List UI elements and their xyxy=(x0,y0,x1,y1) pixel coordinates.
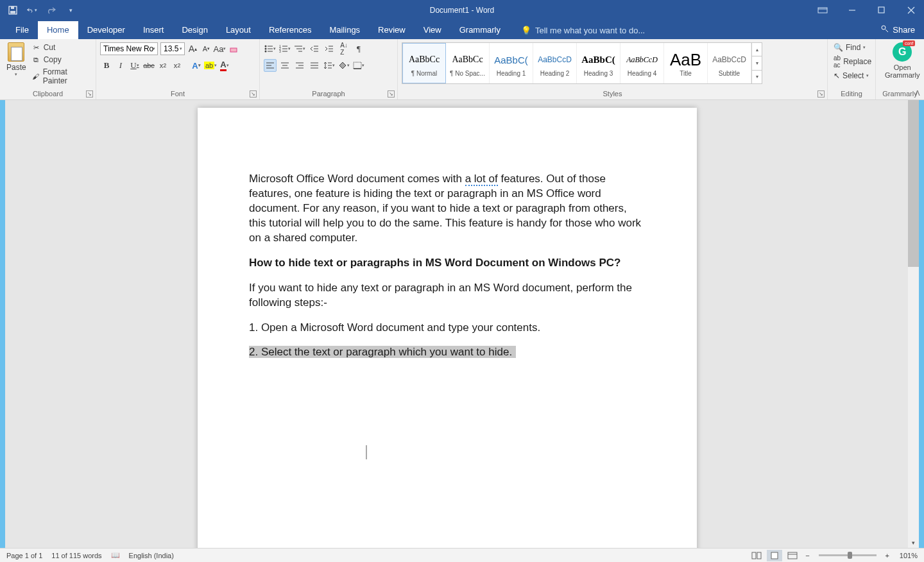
replace-button[interactable]: abacReplace xyxy=(832,54,873,69)
paragraph[interactable]: Microsoft Office Word document comes wit… xyxy=(249,172,646,246)
dialog-launcher-icon[interactable]: ↘ xyxy=(86,90,93,98)
paragraph[interactable]: 1. Open a Microsoft Word document and ty… xyxy=(249,321,646,336)
tab-developer[interactable]: Developer xyxy=(78,21,134,39)
bullets-button[interactable]: ▾ xyxy=(264,42,277,55)
dialog-launcher-icon[interactable]: ↘ xyxy=(250,90,257,98)
paragraph[interactable]: 2. Select the text or paragraph which yo… xyxy=(249,345,646,360)
zoom-in-button[interactable]: + xyxy=(883,552,892,559)
grammar-underline[interactable]: a lot of xyxy=(465,173,498,186)
share-button[interactable]: Share xyxy=(880,24,915,35)
copy-button[interactable]: ⧉Copy xyxy=(30,55,92,65)
text-effects-button[interactable]: A▾ xyxy=(190,59,203,72)
tab-design[interactable]: Design xyxy=(173,21,216,39)
borders-button[interactable]: ▾ xyxy=(352,59,365,72)
multilevel-list-button[interactable]: ▾ xyxy=(293,42,306,55)
numbering-button[interactable]: 123▾ xyxy=(278,42,291,55)
tab-file[interactable]: File xyxy=(6,21,38,39)
find-button[interactable]: 🔍Find▾ xyxy=(832,42,873,53)
gallery-more-icon[interactable]: ▾ xyxy=(752,71,762,83)
tab-insert[interactable]: Insert xyxy=(134,21,173,39)
zoom-out-button[interactable]: − xyxy=(803,552,812,559)
select-button[interactable]: ↖Select▾ xyxy=(832,71,873,81)
grow-font-button[interactable]: A▴ xyxy=(187,42,198,55)
show-hide-button[interactable]: ¶ xyxy=(352,42,365,55)
vertical-scrollbar[interactable]: ▴ ▾ xyxy=(908,100,919,548)
paste-button[interactable]: Paste ▾ xyxy=(4,41,30,77)
redo-icon[interactable] xyxy=(46,5,56,15)
increase-indent-button[interactable] xyxy=(323,42,336,55)
word-count[interactable]: 11 of 115 words xyxy=(51,552,101,559)
zoom-level[interactable]: 101% xyxy=(894,552,918,559)
tab-layout[interactable]: Layout xyxy=(217,21,260,39)
style-title[interactable]: AaBTitle xyxy=(664,43,708,83)
page-content[interactable]: Microsoft Office Word document comes wit… xyxy=(198,108,697,360)
maximize-icon[interactable] xyxy=(873,4,891,17)
gallery-up-icon[interactable]: ▴ xyxy=(752,43,762,56)
style-subtitle[interactable]: AaBbCcDSubtitle xyxy=(708,43,751,83)
selected-text[interactable]: 2. Select the text or paragraph which yo… xyxy=(249,346,516,358)
close-icon[interactable] xyxy=(902,4,920,17)
superscript-button[interactable]: x2 xyxy=(171,59,184,72)
language-indicator[interactable]: English (India) xyxy=(129,552,174,559)
open-grammarly-button[interactable]: conf Open Grammarly xyxy=(880,41,924,79)
change-case-button[interactable]: Aa▾ xyxy=(214,42,225,55)
italic-button[interactable]: I xyxy=(114,59,127,72)
undo-icon[interactable]: ▾ xyxy=(27,5,37,15)
style-nospacing[interactable]: AaBbCc¶ No Spac... xyxy=(446,43,490,83)
subscript-button[interactable]: x2 xyxy=(157,59,169,72)
style-heading4[interactable]: AaBbCcDHeading 4 xyxy=(620,43,664,83)
paragraph[interactable]: If you want to hide any text or paragrap… xyxy=(249,281,646,311)
minimize-icon[interactable] xyxy=(843,4,861,17)
scroll-down-icon[interactable]: ▾ xyxy=(908,537,919,548)
highlight-button[interactable]: ab▾ xyxy=(204,59,217,72)
qat-customize-icon[interactable]: ▾ xyxy=(65,5,76,15)
clear-formatting-button[interactable] xyxy=(228,42,239,55)
zoom-thumb[interactable] xyxy=(848,552,852,559)
font-color-button[interactable]: A▾ xyxy=(218,59,231,72)
align-left-button[interactable] xyxy=(264,59,277,72)
save-icon[interactable] xyxy=(8,5,18,15)
style-heading2[interactable]: AaBbCcDHeading 2 xyxy=(533,43,577,83)
tab-view[interactable]: View xyxy=(415,21,450,39)
font-name-combo[interactable]: Times New Ro▾ xyxy=(100,42,158,55)
tab-review[interactable]: Review xyxy=(369,21,415,39)
justify-button[interactable] xyxy=(308,59,321,72)
read-mode-icon[interactable] xyxy=(749,550,764,561)
print-layout-icon[interactable] xyxy=(767,550,782,561)
shrink-font-button[interactable]: A▾ xyxy=(201,42,212,55)
collapse-ribbon-icon[interactable]: ᐱ xyxy=(915,89,920,98)
dialog-launcher-icon[interactable]: ↘ xyxy=(817,90,825,98)
dialog-launcher-icon[interactable]: ↘ xyxy=(388,90,395,98)
page-indicator[interactable]: Page 1 of 1 xyxy=(6,552,42,559)
web-layout-icon[interactable] xyxy=(785,550,800,561)
tab-home[interactable]: Home xyxy=(38,21,78,39)
zoom-slider[interactable] xyxy=(819,554,877,556)
cut-button[interactable]: ✂Cut xyxy=(30,42,92,53)
svg-point-11 xyxy=(265,46,267,47)
sort-button[interactable]: A↓Z xyxy=(338,42,350,55)
svg-rect-3 xyxy=(818,8,827,13)
underline-button[interactable]: U▾ xyxy=(128,59,141,72)
heading-paragraph[interactable]: How to hide text or paragraphs in MS Wor… xyxy=(249,256,646,271)
align-center-button[interactable] xyxy=(278,59,291,72)
strikethrough-button[interactable]: abc xyxy=(142,59,155,72)
spellcheck-icon[interactable]: 📖 xyxy=(111,551,120,559)
tab-references[interactable]: References xyxy=(260,21,320,39)
page[interactable]: Microsoft Office Word document comes wit… xyxy=(198,108,697,548)
tab-grammarly[interactable]: Grammarly xyxy=(450,21,509,39)
style-heading1[interactable]: AaBbC(Heading 1 xyxy=(490,43,533,83)
tell-me-search[interactable]: 💡 Tell me what you want to do... xyxy=(521,26,645,39)
format-painter-button[interactable]: 🖌Format Painter xyxy=(30,67,92,86)
style-heading3[interactable]: AaBbC(Heading 3 xyxy=(577,43,620,83)
shading-button[interactable]: ▾ xyxy=(338,59,350,72)
line-spacing-button[interactable]: ▾ xyxy=(323,59,336,72)
align-right-button[interactable] xyxy=(293,59,306,72)
tab-mailings[interactable]: Mailings xyxy=(320,21,369,39)
bold-button[interactable]: B xyxy=(100,59,113,72)
ribbon-display-icon[interactable] xyxy=(814,4,832,17)
scrollbar-thumb[interactable] xyxy=(908,100,919,267)
gallery-down-icon[interactable]: ▾ xyxy=(752,56,762,70)
decrease-indent-button[interactable] xyxy=(308,42,321,55)
font-size-combo[interactable]: 13.5▾ xyxy=(160,42,185,55)
style-normal[interactable]: AaBbCc¶ Normal xyxy=(402,43,446,83)
